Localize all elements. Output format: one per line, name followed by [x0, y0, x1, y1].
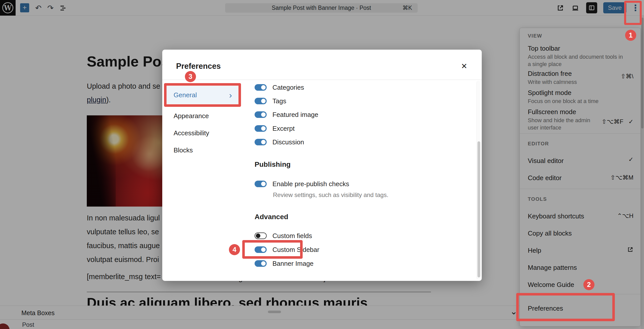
advanced-heading: Advanced: [255, 213, 288, 221]
nav-label: Accessibility: [174, 129, 209, 137]
annotation-badge-2: 2: [583, 279, 594, 290]
toggle-row-discussion: Discussion: [255, 138, 304, 146]
publishing-heading: Publishing: [255, 160, 291, 169]
featured-image-toggle[interactable]: [255, 111, 267, 118]
toggle-row-categories: Categories: [255, 83, 304, 92]
toggle-label: Discussion: [272, 138, 304, 146]
toggle-label: Categories: [272, 84, 304, 91]
discussion-toggle[interactable]: [255, 139, 267, 145]
modal-title: Preferences: [176, 62, 221, 71]
categories-toggle[interactable]: [255, 84, 267, 91]
modal-scrollbar[interactable]: [476, 81, 480, 279]
modal-scrollbar-thumb[interactable]: [477, 141, 480, 277]
nav-label: Blocks: [174, 146, 193, 154]
toggle-row-custom-fields: Custom fields: [255, 232, 312, 240]
toggle-row-featured-image: Featured image: [255, 110, 318, 119]
custom-fields-toggle[interactable]: [255, 233, 267, 239]
banner-image-toggle[interactable]: [255, 260, 267, 267]
toggle-label: Banner Image: [272, 260, 313, 268]
nav-label: Appearance: [174, 112, 209, 120]
annotation-badge-4: 4: [229, 244, 240, 255]
toggle-label: Custom fields: [272, 232, 312, 240]
annotation-badge-3: 3: [185, 71, 196, 82]
toggle-label: Tags: [272, 97, 286, 105]
pre-publish-toggle[interactable]: [255, 181, 267, 187]
modal-nav-appearance[interactable]: Appearance: [167, 109, 238, 123]
toggle-row-banner-image: Banner Image: [255, 259, 313, 268]
excerpt-toggle[interactable]: [255, 125, 267, 132]
annotation-box-step4: [242, 240, 303, 259]
annotation-box-step3: [164, 83, 241, 107]
toggle-row-excerpt: Excerpt: [255, 124, 295, 133]
annotation-box-step1: [624, 1, 642, 25]
modal-nav-accessibility[interactable]: Accessibility: [167, 126, 238, 140]
annotation-badge-1: 1: [625, 30, 636, 41]
modal-header-divider: [162, 80, 482, 80]
toggle-row-tags: Tags: [255, 97, 286, 105]
toggle-row-pre-publish: Enable pre-publish checks: [255, 180, 349, 188]
toggle-label: Enable pre-publish checks: [272, 180, 349, 188]
modal-nav-blocks[interactable]: Blocks: [167, 143, 238, 157]
annotation-box-step2: [516, 293, 615, 321]
toggle-label: Excerpt: [272, 125, 295, 133]
toggle-label: Featured image: [272, 111, 318, 119]
toggle-description: Review settings, such as visibility and …: [273, 191, 388, 199]
close-icon[interactable]: ✕: [459, 61, 470, 72]
tags-toggle[interactable]: [255, 98, 267, 104]
